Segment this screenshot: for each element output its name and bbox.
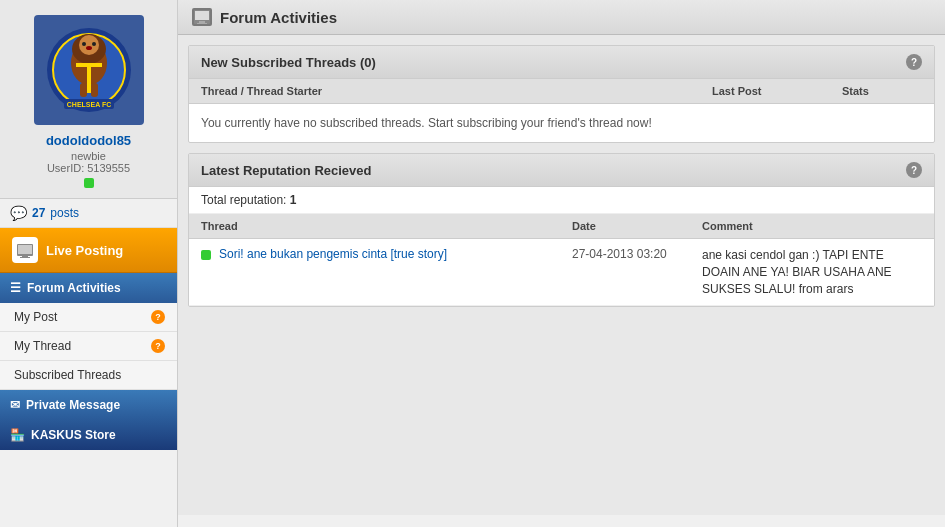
forum-activities-header-icon <box>192 8 212 26</box>
rep-thread-link[interactable]: Sori! ane bukan pengemis cinta [true sto… <box>219 247 447 261</box>
rep-table-row: Sori! ane bukan pengemis cinta [true sto… <box>189 239 934 306</box>
kaskus-store-nav[interactable]: 🏪 KASKUS Store <box>0 420 177 450</box>
forum-activities-nav[interactable]: ☰ Forum Activities <box>0 273 177 303</box>
subscribed-threads-nav[interactable]: Subscribed Threads <box>0 361 177 390</box>
new-subscribed-title: New Subscribed Threads (0) <box>201 55 376 70</box>
live-posting-icon <box>12 237 38 263</box>
rep-positive-dot <box>201 250 211 260</box>
online-status <box>84 178 94 188</box>
th-thread: Thread / Thread Starter <box>201 85 712 97</box>
posts-count[interactable]: 27 <box>32 206 45 220</box>
new-subscribed-table-header: Thread / Thread Starter Last Post Stats <box>189 79 934 104</box>
my-thread-help-icon[interactable]: ? <box>151 339 165 353</box>
live-posting-button[interactable]: Live Posting <box>0 228 177 273</box>
content-area: New Subscribed Threads (0) ? Thread / Th… <box>178 35 945 515</box>
rep-rows-container: Sori! ane bukan pengemis cinta [true sto… <box>189 239 934 306</box>
my-post-nav[interactable]: My Post ? <box>0 303 177 332</box>
new-subscribed-header: New Subscribed Threads (0) ? <box>189 46 934 79</box>
private-message-label: Private Message <box>26 398 120 412</box>
user-id: UserID: 5139555 <box>47 162 130 174</box>
sidebar: CHELSEA FC dodoldodol85 newbie UserID: 5… <box>0 0 178 527</box>
svg-text:CHELSEA FC: CHELSEA FC <box>66 101 110 108</box>
my-thread-label: My Thread <box>14 339 71 353</box>
svg-rect-17 <box>22 255 28 257</box>
latest-reputation-section: Latest Reputation Recieved ? Total reput… <box>188 153 935 307</box>
total-reputation-row: Total reputation: 1 <box>189 187 934 214</box>
username[interactable]: dodoldodol85 <box>46 133 131 148</box>
new-subscribed-help-icon[interactable]: ? <box>906 54 922 70</box>
private-message-nav[interactable]: ✉ Private Message <box>0 390 177 420</box>
th-stats: Stats <box>842 85 922 97</box>
store-icon: 🏪 <box>10 428 25 442</box>
svg-rect-20 <box>195 11 209 20</box>
sidebar-navigation: Live Posting ☰ Forum Activities My Post … <box>0 228 177 450</box>
page-header: Forum Activities <box>178 0 945 35</box>
svg-rect-22 <box>197 23 207 24</box>
user-profile-area: CHELSEA FC dodoldodol85 newbie UserID: 5… <box>0 0 177 199</box>
kaskus-store-label: KASKUS Store <box>31 428 116 442</box>
latest-reputation-header: Latest Reputation Recieved ? <box>189 154 934 187</box>
my-post-help-icon[interactable]: ? <box>151 310 165 324</box>
posts-row: 💬 27 posts <box>0 199 177 228</box>
chat-icon: 💬 <box>10 205 27 221</box>
rep-date-cell: 27-04-2013 03:20 <box>572 247 702 261</box>
latest-reputation-help-icon[interactable]: ? <box>906 162 922 178</box>
no-subscribed-message: You currently have no subscribed threads… <box>189 104 934 142</box>
svg-rect-12 <box>91 83 98 97</box>
svg-rect-10 <box>76 63 102 67</box>
latest-reputation-title: Latest Reputation Recieved <box>201 163 372 178</box>
my-thread-nav[interactable]: My Thread ? <box>0 332 177 361</box>
avatar: CHELSEA FC <box>34 15 144 125</box>
forum-activities-label: Forum Activities <box>27 281 121 295</box>
th-rep-comment: Comment <box>702 220 922 232</box>
live-posting-label: Live Posting <box>46 243 123 258</box>
svg-rect-18 <box>20 257 30 258</box>
posts-label: posts <box>50 206 79 220</box>
subscribed-threads-label: Subscribed Threads <box>14 368 121 382</box>
th-rep-date: Date <box>572 220 702 232</box>
svg-rect-16 <box>18 245 32 254</box>
user-rank: newbie <box>71 150 106 162</box>
new-subscribed-section: New Subscribed Threads (0) ? Thread / Th… <box>188 45 935 143</box>
envelope-icon: ✉ <box>10 398 20 412</box>
page-title: Forum Activities <box>220 9 337 26</box>
total-rep-value: 1 <box>290 193 297 207</box>
svg-rect-11 <box>80 83 87 97</box>
th-rep-thread: Thread <box>201 220 572 232</box>
rep-table-header: Thread Date Comment <box>189 214 934 239</box>
main-content: Forum Activities New Subscribed Threads … <box>178 0 945 527</box>
rep-comment-cell: ane kasi cendol gan :) TAPI ENTE DOAIN A… <box>702 247 922 297</box>
rep-thread-cell: Sori! ane bukan pengemis cinta [true sto… <box>219 247 572 261</box>
forum-activities-icon: ☰ <box>10 281 21 295</box>
th-lastpost: Last Post <box>712 85 842 97</box>
svg-point-8 <box>86 46 92 50</box>
svg-point-7 <box>92 42 96 46</box>
svg-point-5 <box>79 35 99 55</box>
svg-rect-9 <box>87 65 91 93</box>
svg-point-6 <box>82 42 86 46</box>
my-post-label: My Post <box>14 310 57 324</box>
svg-rect-21 <box>199 21 205 23</box>
total-rep-label: Total reputation: <box>201 193 286 207</box>
